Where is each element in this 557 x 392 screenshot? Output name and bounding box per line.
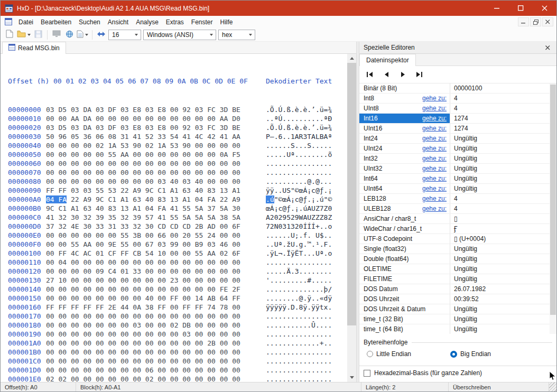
hex-row-00000050[interactable]: 0000005000 00 00 00 00 55 AA 00 00 00 00… xyxy=(1,150,347,159)
hex-bytes[interactable]: FF FF FF FF FF 2E 44 0A 38 FF 00 FF FF 7… xyxy=(46,303,240,312)
hex-bytes[interactable]: 00 00 00 00 00 00 00 00 00 00 00 00 00 0… xyxy=(46,285,240,294)
hex-decoded[interactable]: ..............þ/ xyxy=(266,285,332,294)
inspector-row-single-float32-[interactable]: Single (float32)Ungültig xyxy=(359,244,556,254)
hex-row-000000B0[interactable]: 000000B09C C1 A1 63 40 83 13 A1 04 FA 41… xyxy=(1,204,347,213)
minimize-button[interactable] xyxy=(485,1,509,16)
hex-decoded[interactable]: .ú"©œÁ¡c@ƒ.¡.ú"© xyxy=(266,195,332,204)
hex-decoded[interactable]: ................ xyxy=(266,375,332,382)
hex-row-00000140[interactable]: 0000014000 00 00 00 00 00 00 00 00 00 00… xyxy=(1,285,347,294)
maximize-button[interactable] xyxy=(509,1,533,16)
hex-decoded[interactable]: .ÿL¬.ÏÿËT...Uª.o xyxy=(266,249,332,258)
hex-row-00000120[interactable]: 0000012000 00 00 00 09 C4 01 33 00 00 00… xyxy=(1,267,347,276)
hex-row-000001D0[interactable]: 000001D000 00 00 00 00 00 00 00 06 00 00… xyxy=(1,366,347,375)
hex-bytes[interactable]: 00 00 00 00 00 00 00 03 00 00 02 DB 00 0… xyxy=(46,321,240,330)
chevron-down-icon[interactable] xyxy=(132,30,141,40)
hex-bytes[interactable]: 00 00 00 00 00 00 00 00 00 00 00 00 00 2… xyxy=(46,339,240,348)
next-byte-button[interactable] xyxy=(396,70,409,79)
hex-bytes[interactable]: 00 00 00 00 00 00 00 00 00 00 00 00 00 0… xyxy=(46,159,240,168)
hex-bytes[interactable]: 00 00 00 00 00 00 00 00 06 00 00 00 00 0… xyxy=(46,366,240,375)
resize-grip[interactable] xyxy=(549,382,556,391)
hex-row-00000030[interactable]: 0000003050 96 05 36 06 08 31 41 52 33 54… xyxy=(1,132,347,141)
previous-byte-button[interactable] xyxy=(380,70,393,79)
hex-decoded[interactable]: ................ xyxy=(266,366,332,375)
inspector-value[interactable]: Ungültig xyxy=(450,305,556,313)
hex-decoded[interactable]: .Õ.Ú.ß.è.è.’.ü=¾ xyxy=(266,105,332,114)
hex-row-00000100[interactable]: 0000010000 FF 4C AC 01 CF FF CB 54 10 00… xyxy=(1,249,347,258)
inspector-row-time-t-64-bit-[interactable]: time_t (64 Bit)Ungültig xyxy=(359,324,556,334)
hex-bytes[interactable]: 00 00 55 AA 00 9E 55 00 67 03 99 00 B9 0… xyxy=(46,240,240,249)
hex-row-00000070[interactable]: 0000007000 00 00 00 00 00 00 00 00 00 00… xyxy=(1,168,347,177)
inspector-value[interactable]: Ungültig xyxy=(450,145,556,152)
close-button[interactable] xyxy=(533,1,556,16)
hex-decoded[interactable]: ÿÿÿÿÿ.D.8ÿ.ÿÿtx. xyxy=(266,303,332,312)
menu-fenster[interactable]: Fenster xyxy=(188,17,217,27)
hex-bytes[interactable]: 00 00 00 00 00 55 AA 00 00 00 00 00 00 0… xyxy=(46,150,240,159)
web-button[interactable] xyxy=(63,29,76,41)
inspector-value[interactable]: Ungültig xyxy=(450,165,556,172)
hex-bytes[interactable]: 00 00 00 00 00 00 00 00 00 03 40 03 40 0… xyxy=(46,177,240,186)
base-combo[interactable]: hex xyxy=(218,30,255,40)
hex-bytes[interactable]: 00 00 00 00 00 00 00 00 00 00 00 00 00 0… xyxy=(46,348,240,357)
hex-decoded[interactable]: œÁ¡c@ƒ.¡.úAUZ7Z0 xyxy=(266,204,332,213)
menu-suchen[interactable]: Suchen xyxy=(75,17,104,27)
child-window-icon[interactable] xyxy=(5,18,13,26)
hex-decoded[interactable]: .Õ.Ú.ß.è.è.’.ü=¾ xyxy=(266,123,332,132)
menu-datei[interactable]: Datei xyxy=(15,17,37,27)
inspector-value[interactable]: 4 xyxy=(450,195,556,202)
hex-bytes[interactable]: 00 00 00 00 00 00 00 00 00 00 00 03 00 0… xyxy=(46,330,240,339)
hex-bytes[interactable]: 41 32 30 32 39 35 32 39 57 41 55 5A 5A 5… xyxy=(46,213,240,222)
hex-bytes[interactable]: 00 00 00 00 02 1A 53 90 02 1A 53 90 00 0… xyxy=(46,141,240,150)
inspector-row-filetime[interactable]: FILETIMEUngültig xyxy=(359,274,556,284)
scrollbar-thumb[interactable] xyxy=(347,63,356,325)
new-file-button[interactable] xyxy=(3,29,16,41)
tab-read-msg-bin[interactable]: Read MSG.bin xyxy=(2,42,66,54)
hex-decoded[interactable]: .............+.. xyxy=(266,339,332,348)
inspector-row-int32[interactable]: Int32gehe zu:Ungültig xyxy=(359,154,556,164)
view-options-button[interactable] xyxy=(76,29,89,41)
inspector-value[interactable]: Ungültig xyxy=(450,325,556,333)
selected-decoded[interactable]: .ú xyxy=(266,195,274,203)
inspector-row-dos-datum[interactable]: DOS Datum26.07.1982 xyxy=(359,284,556,294)
goto-link[interactable]: gehe zu: xyxy=(422,195,447,202)
save-button[interactable] xyxy=(32,29,44,41)
hex-row-000001A0[interactable]: 000001A000 00 00 00 00 00 00 00 00 00 00… xyxy=(1,339,347,348)
hex-row-00000010[interactable]: 0000001000 00 AA DA 00 00 00 00 00 00 00… xyxy=(1,114,347,123)
goto-link[interactable]: gehe zu: xyxy=(422,175,447,182)
hex-row-00000170[interactable]: 0000017000 00 00 00 00 00 00 00 00 00 00… xyxy=(1,312,347,321)
hex-row-00000040[interactable]: 0000004000 00 00 00 02 1A 53 90 02 1A 53… xyxy=(1,141,347,150)
inspector-row-utf-8-codepoint[interactable]: UTF-8 Codepoint▯ (U+0004) xyxy=(359,234,556,244)
hex-row-00000110[interactable]: 0000011000 04 00 00 00 00 00 00 00 00 00… xyxy=(1,258,347,267)
inspector-row-uint32[interactable]: UInt32gehe zu:Ungültig xyxy=(359,164,556,174)
inspector-value[interactable]: 26.07.1982 xyxy=(450,285,556,293)
hex-row-00000190[interactable]: 0000019000 00 00 00 00 00 00 00 00 00 00… xyxy=(1,330,347,339)
inspector-value[interactable]: ▯ xyxy=(450,215,556,222)
hex-decoded[interactable]: ..Uª.žU.g.™.¹.F. xyxy=(266,240,332,249)
inspector-value[interactable]: 00000100 xyxy=(450,85,556,92)
inspector-value[interactable]: 1274 xyxy=(450,125,556,132)
menu-extras[interactable]: Extras xyxy=(162,17,188,27)
goto-link[interactable]: gehe zu: xyxy=(422,205,447,212)
compare-button[interactable] xyxy=(50,29,63,41)
encoding-combo[interactable]: Windows (ANSI) xyxy=(143,30,216,40)
hex-row-000000E0[interactable]: 000000E000 00 00 00 00 00 55 3B 00 66 00… xyxy=(1,231,347,240)
inspector-value[interactable]: Ungültig xyxy=(450,245,556,253)
hex-decoded[interactable]: ................ xyxy=(266,258,332,267)
hex-decoded[interactable]: .....Ä.3........ xyxy=(266,267,332,276)
inspector-row-time-t-32-bit-[interactable]: time_t (32 Bit)Ungültig xyxy=(359,314,556,324)
inspector-value[interactable]: Ungültig xyxy=(450,185,556,192)
goto-link[interactable]: gehe zu: xyxy=(422,115,447,122)
inspector-row-dos-uhrzeit[interactable]: DOS Uhrzeit00:39:52 xyxy=(359,294,556,304)
hex-bytes[interactable]: 03 D5 03 DA 03 DF 03 E8 03 E8 00 92 03 F… xyxy=(46,123,240,132)
hex-row-000001E0[interactable]: 000001E002 02 00 00 00 00 00 00 02 00 00… xyxy=(1,375,347,382)
inspector-value[interactable]: Ungültig xyxy=(450,275,556,283)
hex-row-000000F0[interactable]: 000000F000 00 55 AA 00 9E 55 00 67 03 99… xyxy=(1,240,347,249)
menu-ansicht[interactable]: Ansicht xyxy=(104,17,132,27)
inspector-row-bin-r-8-bit-[interactable]: Binär (8 Bit)00000100 xyxy=(359,83,556,94)
goto-link[interactable]: gehe zu: xyxy=(422,155,447,162)
selected-bytes[interactable]: 04 FA xyxy=(46,195,67,203)
goto-link[interactable]: gehe zu: xyxy=(422,95,447,102)
inspector-value[interactable]: Ungültig xyxy=(450,135,556,142)
inspector-value[interactable]: 4 xyxy=(450,105,556,112)
big-endian-radio[interactable]: Big Endian xyxy=(450,350,491,358)
hex-bytes[interactable]: 00 00 AA DA 00 00 00 00 00 00 00 00 00 0… xyxy=(46,114,240,123)
